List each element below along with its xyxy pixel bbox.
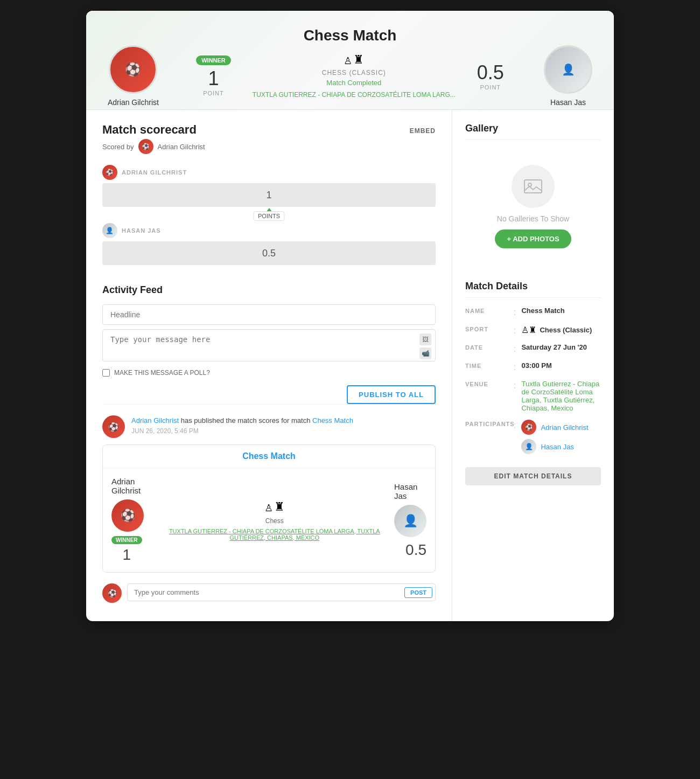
detail-row-sport: SPORT : ♙♜ Chess (Classic) [465, 325, 601, 336]
match-header: Chess Match ⚽ Adrian Gilchrist WINNER 1 … [86, 11, 614, 110]
message-textarea[interactable] [102, 329, 436, 361]
participant2-avatar: 👤 [521, 439, 536, 454]
mc-player2-name: Hasan Jas [394, 482, 426, 500]
comment-input-wrapper: POST [127, 583, 436, 601]
participant-item-2: 👤 Hasan Jas [521, 439, 588, 454]
detail-venue-value[interactable]: Tuxtla Gutierrez - Chiapa de CorzoSatéli… [521, 380, 601, 412]
feed-action: has published the match scores for match [181, 416, 311, 425]
scored-by-label: Scored by [102, 143, 134, 151]
detail-row-time: TIME : 03:00 PM [465, 361, 601, 372]
player2-scorecard-label: 👤 HASAN JAS [102, 223, 436, 238]
points-tooltip: POINTS [253, 211, 285, 221]
sport-label: CHESS (CLASSIC) [322, 69, 386, 76]
poll-checkbox[interactable] [102, 369, 110, 377]
chess-icon: ♙ ♜ [344, 53, 364, 67]
participant2-name[interactable]: Hasan Jas [541, 443, 573, 451]
detail-row-venue: VENUE : Tuxtla Gutierrez - Chiapa de Cor… [465, 380, 601, 412]
detail-date-value: Saturday 27 Jun '20 [521, 343, 587, 351]
publish-button[interactable]: PUBLISH TO ALL [347, 385, 436, 404]
participant1-avatar: ⚽ [521, 420, 536, 435]
match-details-section: Match Details NAME : Chess Match SPORT :… [465, 281, 601, 485]
header-content: ⚽ Adrian Gilchrist WINNER 1 POINT ♙ ♜ CH… [108, 53, 592, 99]
mc-player2: Hasan Jas 👤 0.5 [394, 482, 426, 559]
mc-player1-score-display: WINNER 1 [111, 536, 142, 564]
svg-rect-0 [524, 180, 542, 193]
player2-score-bar: 0.5 [102, 241, 436, 265]
p1-score-bar-wrapper: 1 POINTS [102, 183, 436, 207]
mc-chess-icon: ♙ ♜ [264, 500, 285, 514]
detail-time-label: TIME [465, 361, 508, 369]
mc-winner-badge: WINNER [111, 536, 142, 544]
detail-venue-label: VENUE [465, 380, 508, 387]
gallery-placeholder-icon [512, 165, 555, 208]
detail-row-date: DATE : Saturday 27 Jun '20 [465, 343, 601, 354]
headline-input[interactable] [102, 304, 436, 325]
mc-sport-label: Chess [265, 517, 284, 525]
feed-text: Adrian Gilchrist has published the match… [131, 415, 353, 426]
player1-avatar: ⚽ [109, 45, 157, 94]
svg-point-1 [528, 183, 531, 186]
mc-player1-score: 1 [122, 546, 131, 564]
participants-list: ⚽ Adrian Gilchrist 👤 Hasan Jas [521, 420, 588, 454]
winner-badge: WINNER [196, 55, 231, 65]
detail-colon: : [514, 307, 516, 317]
activity-feed-section: Activity Feed 🖼 📹 MAKE THIS MESSAGE A PO… [102, 284, 436, 608]
mc-player2-avatar: 👤 [394, 505, 426, 537]
embed-button[interactable]: EMBED [410, 127, 436, 135]
p1-sc-avatar: ⚽ [102, 165, 117, 180]
score-center: WINNER 1 POINT ♙ ♜ CHESS (CLASSIC) Match… [196, 53, 504, 99]
detail-participants-label: PARTICIPANTS [465, 420, 508, 427]
feed-text-block: Adrian Gilchrist has published the match… [131, 415, 353, 435]
player2-avatar: 👤 [544, 45, 592, 94]
participant1-name[interactable]: Adrian Gilchrist [541, 423, 588, 432]
match-card: Chess Match Adrian Gilchrist ⚽ WINNER 1 [102, 444, 436, 573]
player2-bar-score: 0.5 [262, 248, 276, 259]
feed-actor-avatar: ⚽ [102, 415, 125, 438]
player1-bar-score: 1 [266, 190, 271, 201]
message-area-wrapper: 🖼 📹 [102, 329, 436, 364]
player2-score-value: 0.5 [477, 61, 504, 84]
poll-checkbox-row: MAKE THIS MESSAGE A POLL? [102, 369, 436, 377]
feed-item-header: ⚽ Adrian Gilchrist has published the mat… [102, 415, 436, 438]
player1-score-block: WINNER 1 POINT [196, 55, 231, 96]
scorecard-title: Match scorecard [102, 123, 197, 137]
image-upload-icon[interactable]: 🖼 [419, 333, 431, 345]
player2-name: Hasan Jas [550, 98, 586, 107]
scorecard-row-player2: 👤 HASAN JAS 0.5 [102, 223, 436, 265]
match-status: Match Completed [326, 79, 381, 87]
mc-chess-rook: ♜ [274, 500, 285, 514]
comment-input[interactable] [127, 583, 436, 601]
match-info-center: ♙ ♜ CHESS (CLASSIC) Match Completed TUXT… [253, 53, 456, 99]
detail-time-value: 03:00 PM [521, 361, 551, 370]
feed-actor-link[interactable]: Adrian Gilchrist [131, 416, 179, 425]
feed-date: JUN 26, 2020, 5:46 PM [131, 427, 353, 435]
feed-match-link[interactable]: Chess Match [312, 416, 353, 425]
venue-link[interactable]: TUXTLA GUTIERREZ - CHIAPA DE CORZOSATÉLI… [253, 91, 456, 99]
left-panel: Match scorecard EMBED Scored by ⚽ Adrian… [86, 110, 452, 621]
mc-chess-pawn: ♙ [264, 502, 273, 514]
mc-venue[interactable]: TUXTLA GUTIERREZ - CHIAPA DE CORZOSATÉLI… [155, 528, 394, 541]
mc-player1-name: Adrian Gilchrist [111, 477, 155, 495]
scorer-avatar: ⚽ [138, 139, 153, 154]
video-upload-icon[interactable]: 📹 [419, 347, 431, 359]
gallery-empty-text: No Galleries To Show [497, 214, 569, 223]
scorer-name: Adrian Gilchrist [158, 143, 205, 151]
mc-player1: Adrian Gilchrist ⚽ WINNER 1 [111, 477, 155, 564]
detail-row-name: NAME : Chess Match [465, 307, 601, 317]
post-button[interactable]: POST [404, 587, 432, 598]
detail-sport-value: Chess (Classic) [540, 326, 592, 334]
add-photos-button[interactable]: + ADD PHOTOS [495, 229, 571, 248]
player1-name: Adrian Gilchrist [108, 98, 159, 107]
edit-match-button[interactable]: EDIT MATCH DETAILS [465, 467, 601, 485]
poll-label: MAKE THIS MESSAGE A POLL? [114, 369, 210, 377]
player1-score-bar: 1 POINTS [102, 183, 436, 207]
detail-row-participants: PARTICIPANTS : ⚽ Adrian Gilchrist 👤 Hasa… [465, 420, 601, 454]
p2-sc-avatar: 👤 [102, 223, 117, 238]
detail-name-value: Chess Match [521, 307, 564, 315]
p2-score-bar-wrapper: 0.5 [102, 241, 436, 265]
feed-item: ⚽ Adrian Gilchrist has published the mat… [102, 404, 436, 608]
mc-player1-avatar: ⚽ [111, 499, 144, 532]
gallery-empty: No Galleries To Show + ADD PHOTOS [465, 149, 601, 265]
match-title: Chess Match [108, 27, 592, 44]
scorecard-section: Match scorecard EMBED Scored by ⚽ Adrian… [102, 123, 436, 265]
